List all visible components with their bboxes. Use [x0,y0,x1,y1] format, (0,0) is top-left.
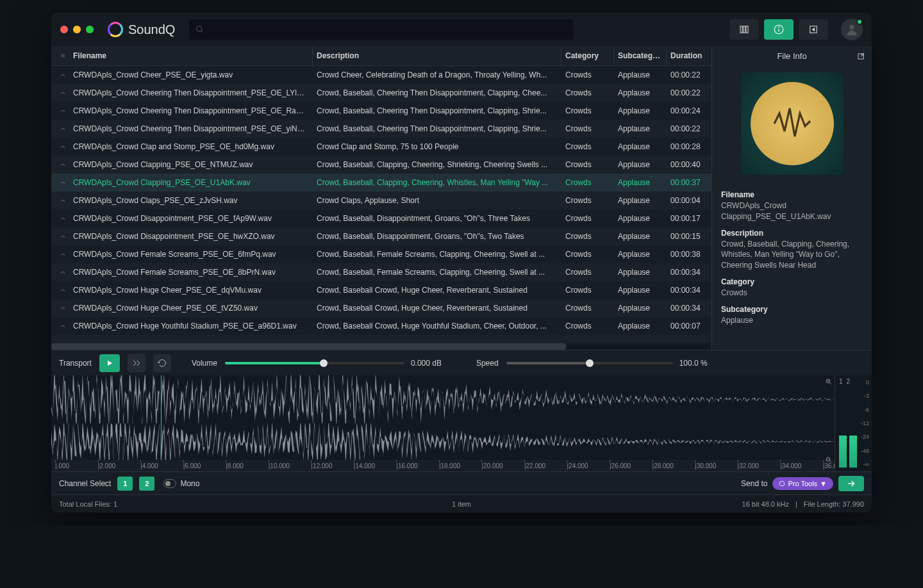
cell-filename: CRWDApls_Crowd Huge Cheer_PSE_OE_tVZ50.w… [69,304,313,313]
table-row[interactable]: CRWDApls_Crowd Disappointment_PSE_OE_hwX… [51,227,711,245]
cell-description: Crowd, Baseball, Female Screams, Clappin… [313,268,561,277]
table-row[interactable]: CRWDApls_Crowd Huge Youthful Stadium_PSE… [51,317,711,335]
cell-description: Crowd, Baseball, Disappointment, Groans,… [313,214,561,223]
cell-description: Crowd Cheer, Celebrating Death of a Drag… [313,70,561,79]
cell-description: Crowd, Baseball, Disappointment, Groans,… [313,232,561,241]
cell-description: Crowd, Baseball, Cheering Then Disappoin… [313,88,561,97]
cell-duration: 00:00:22 [667,88,711,97]
cell-category: Crowds [561,70,614,79]
table-row[interactable]: CRWDApls_Crowd Huge Cheer_PSE_OE_tVZ50.w… [51,299,711,317]
info-button[interactable] [764,19,794,40]
meta-category: Crowds [721,288,863,298]
speed-value: 100.0 % [679,359,724,368]
col-category[interactable]: Category [561,46,614,65]
maximize-window[interactable] [86,26,94,33]
popout-icon[interactable] [856,52,865,61]
minimize-window[interactable] [73,26,81,33]
file-info-panel: File Info Filename CRWDApls_Crowd Clappi… [711,46,872,350]
svg-point-21 [780,481,785,486]
meter-bar-2 [849,436,857,468]
svg-rect-4 [746,26,748,33]
titlebar: SoundQ [51,13,872,46]
table-row[interactable]: CRWDApls_Crowd Clapping_PSE_OE_U1AbK.wav… [51,174,711,192]
cell-duration: 00:00:15 [667,232,711,241]
playhead[interactable] [161,375,162,460]
cell-duration: 00:00:22 [667,70,711,79]
cell-category: Crowds [561,214,614,223]
search-input[interactable] [210,25,567,35]
svg-line-17 [830,383,832,385]
table-row[interactable]: CRWDApls_Crowd Cheering Then Disappointm… [51,120,711,138]
volume-value: 0.000 dB [411,359,456,368]
col-subcategory[interactable]: Subcategory [614,46,667,65]
file-length: File Length: 37.990 [804,500,864,508]
library-button[interactable] [729,19,759,40]
mono-toggle[interactable]: Mono [163,479,199,488]
horizontal-scrollbar[interactable] [51,343,711,350]
table-row[interactable]: CRWDApls_Crowd Cheering Then Disappointm… [51,102,711,120]
mono-switch-icon [163,479,176,488]
svg-point-7 [779,27,779,28]
cell-description: Crowd, Baseball, Female Screams, Clappin… [313,250,561,259]
close-window[interactable] [60,26,68,33]
cell-category: Crowds [561,106,614,115]
table-body[interactable]: CRWDApls_Crowd Cheer_PSE_OE_yigta.wav Cr… [51,66,711,343]
table-row[interactable]: CRWDApls_Crowd Clapping_PSE_OE_NTMUZ.wav… [51,156,711,174]
table-row[interactable]: CRWDApls_Crowd Female Screams_PSE_OE_6fm… [51,245,711,263]
col-duration[interactable]: Duration [667,46,711,65]
table-row[interactable]: CRWDApls_Crowd Cheering Then Disappointm… [51,84,711,102]
channel-select-label: Channel Select [59,479,111,488]
table-row[interactable]: CRWDApls_Crowd Female Screams_PSE_OE_8bP… [51,263,711,281]
time-ruler[interactable]: |.000|2.000|4.000|6.000|8.000|10.000|12.… [51,460,835,471]
zoom-out-icon[interactable] [825,456,833,464]
cell-category: Crowds [561,250,614,259]
zoom-in-icon[interactable] [825,378,833,386]
speed-slider[interactable] [506,362,673,364]
send-button[interactable] [838,476,864,491]
cell-category: Crowds [561,124,614,133]
cell-subcategory: Applause [614,232,667,241]
search-icon [195,25,204,34]
cell-filename: CRWDApls_Crowd Female Screams_PSE_OE_6fm… [69,250,313,259]
cell-subcategory: Applause [614,250,667,259]
send-target-dropdown[interactable]: Pro Tools ▼ [772,477,833,490]
cell-filename: CRWDApls_Crowd Disappointment_PSE_OE_fAp… [69,214,313,223]
file-info-title: File Info [777,51,806,61]
cell-subcategory: Applause [614,196,667,205]
play-button[interactable] [99,354,120,372]
send-to-label: Send to [741,479,767,488]
cell-subcategory: Applause [614,142,667,151]
meta-description: Crowd, Baseball, Clapping, Cheering, Whi… [721,239,863,271]
channel-2-button[interactable]: 2 [139,477,154,491]
table-row[interactable]: CRWDApls_Crowd Disappointment_PSE_OE_fAp… [51,209,711,227]
col-filename[interactable]: Filename [69,46,313,65]
waveform-display[interactable]: |.000|2.000|4.000|6.000|8.000|10.000|12.… [51,375,872,471]
meta-filename-label: Filename [721,190,863,199]
svg-rect-3 [744,26,745,33]
volume-slider[interactable] [225,362,404,364]
speed-label: Speed [476,359,499,368]
cell-subcategory: Applause [614,268,667,277]
status-bar: Total Local Files: 1 1 item 16 bit 48.0 … [51,494,872,512]
columns-icon[interactable] [60,52,65,60]
cell-category: Crowds [561,160,614,169]
table-row[interactable]: CRWDApls_Crowd Cheer_PSE_OE_yigta.wav Cr… [51,66,711,84]
table-row[interactable]: CRWDApls_Crowd Huge Cheer_PSE_OE_dqVMu.w… [51,281,711,299]
svg-point-0 [197,26,202,31]
window-controls [60,26,94,33]
table-row[interactable]: CRWDApls_Crowd Claps_PSE_OE_zJvSH.wav Cr… [51,192,711,209]
table-row[interactable]: CRWDApls_Crowd Clap and Stomp_PSE_OE_hd0… [51,138,711,156]
channel-1-button[interactable]: 1 [117,477,133,491]
search-bar[interactable] [189,19,574,40]
svg-rect-2 [740,26,742,33]
col-description[interactable]: Description [313,46,561,65]
cell-subcategory: Applause [614,160,667,169]
skip-button[interactable] [128,354,146,372]
meter-bar-1 [839,436,847,468]
cell-duration: 00:00:40 [667,160,711,169]
level-meter: 12 0-3-6-12-24-48-∞ [835,375,872,471]
export-button[interactable] [799,19,828,40]
user-avatar[interactable] [841,19,863,40]
table-header: Filename Description Category Subcategor… [51,46,711,66]
loop-button[interactable] [153,354,171,372]
